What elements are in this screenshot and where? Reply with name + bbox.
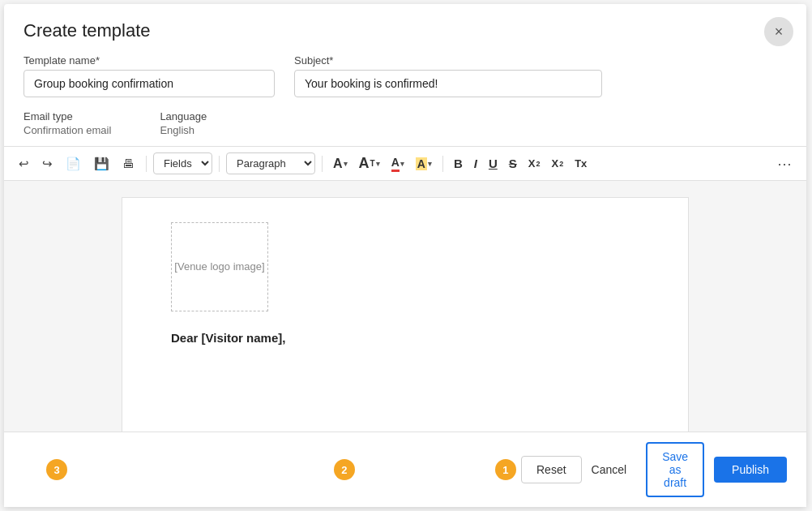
publish-button[interactable]: Publish: [714, 457, 787, 483]
strikethrough-button[interactable]: S: [505, 153, 521, 174]
superscript-button[interactable]: X2: [547, 154, 567, 173]
bold-button[interactable]: B: [450, 153, 467, 174]
paragraph-select[interactable]: Paragraph: [226, 152, 315, 174]
font-highlight-button[interactable]: A▾: [412, 154, 436, 174]
clear-format-button[interactable]: Tx: [571, 154, 591, 173]
separator-4: [442, 156, 443, 172]
fields-select[interactable]: Fields: [153, 152, 212, 174]
language-label: Language: [160, 110, 207, 122]
modal-title: Create template: [24, 20, 787, 41]
separator-3: [322, 156, 323, 172]
font-grow-button[interactable]: AT▾: [355, 152, 384, 175]
step-badge-1: 1: [495, 459, 516, 480]
font-size-button[interactable]: A▾: [329, 153, 352, 174]
email-type-label: Email type: [24, 110, 111, 122]
editor-toolbar: ↩ ↪ 📄 💾 🖶 Fields Paragraph A▾ AT▾: [4, 146, 806, 181]
close-button[interactable]: ×: [764, 17, 793, 46]
font-color-button[interactable]: A▾: [387, 152, 408, 175]
editor-area: [Venue logo image] Dear [Visitor name],: [4, 181, 806, 432]
template-name-input[interactable]: [24, 70, 275, 97]
logo-placeholder: [Venue logo image]: [171, 222, 268, 311]
redo-button[interactable]: ↪: [37, 154, 58, 173]
modal-footer: 3 2 1 Reset Cancel Save as draft Publish: [4, 432, 806, 507]
separator-1: [146, 156, 147, 172]
template-name-label: Template name*: [24, 54, 275, 67]
undo-button[interactable]: ↩: [14, 154, 34, 173]
more-options-button[interactable]: ⋯: [772, 153, 797, 174]
new-doc-button[interactable]: 📄: [61, 154, 86, 173]
language-value: English: [160, 124, 207, 136]
font-highlight-group: A▾: [412, 154, 436, 174]
save-draft-button[interactable]: Save as draft: [646, 442, 704, 497]
email-greeting: Dear [Visitor name],: [171, 331, 639, 345]
font-color-group: A▾: [387, 152, 408, 175]
font-grow-group: AT▾: [355, 152, 384, 175]
save-doc-button[interactable]: 💾: [89, 154, 114, 173]
step-badge-2: 2: [334, 459, 355, 480]
email-canvas[interactable]: [Venue logo image] Dear [Visitor name],: [122, 197, 689, 432]
print-button[interactable]: 🖶: [118, 154, 139, 173]
separator-2: [219, 156, 220, 172]
email-type-value: Confirmation email: [24, 124, 111, 136]
subscript-button[interactable]: X2: [524, 154, 545, 173]
underline-button[interactable]: U: [485, 153, 502, 174]
subject-input[interactable]: [294, 70, 602, 97]
subject-label: Subject*: [294, 54, 602, 67]
step-badge-3: 3: [46, 459, 67, 480]
font-size-group: A▾: [329, 153, 352, 174]
reset-button[interactable]: Reset: [521, 456, 582, 483]
italic-button[interactable]: I: [470, 153, 481, 174]
cancel-button[interactable]: Cancel: [582, 457, 637, 483]
